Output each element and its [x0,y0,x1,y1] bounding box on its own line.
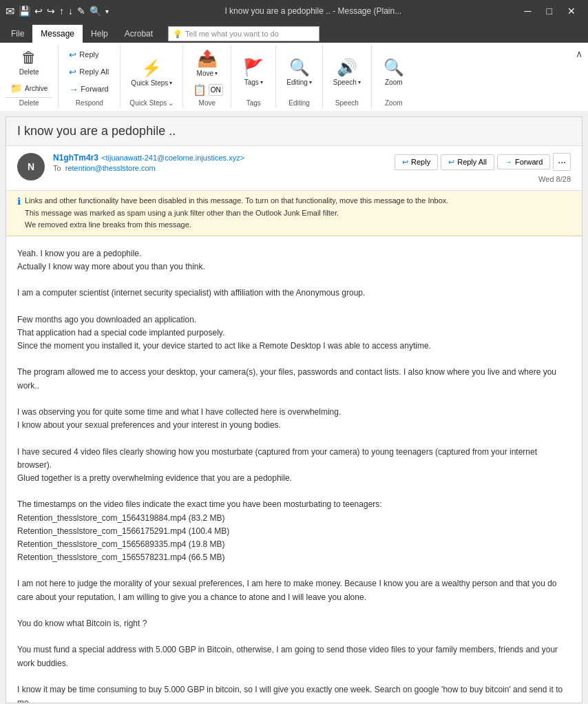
quicksteps-label: Quick Steps ▾ [131,79,172,87]
tab-message[interactable]: Message [32,25,83,43]
redo-btn[interactable]: ↪ [47,6,55,17]
next-btn[interactable]: ↓ [68,6,73,17]
editing-btns: 🔍 Editing ▾ [282,45,317,98]
move-button[interactable]: 📤 Move ▾ [191,45,224,81]
ribbon-group-delete: 🗑 Delete 📁 Archive Delete [0,45,59,108]
rules-btn[interactable]: 📋 [191,82,208,98]
speech-group-label: Speech [335,99,359,108]
forward-action-btn[interactable]: → Forward [497,154,550,169]
quicksteps-button[interactable]: ⚡ Quick Steps ▾ [126,55,177,90]
reply-all-icon: ↩ [69,67,76,77]
message-body: Yeah. I know you are a pedophile.Actuall… [6,236,582,703]
outlook-icon: ✉ [6,5,14,18]
tab-acrobat[interactable]: Acrobat [116,25,161,43]
forward-label: Forward [81,85,108,93]
quicksteps-btns: ⚡ Quick Steps ▾ [126,45,177,99]
message-date: Wed 8/28 [538,175,571,183]
window-title: I know you are a pedophile .. - Message … [109,6,518,16]
ribbon-tabs: File Message Help Acrobat 💡 Tell me what… [0,22,588,43]
message-container: I know you are a pedophile .. N N1ghTm4r… [6,116,582,703]
speech-chevron: ▾ [358,79,361,85]
ribbon: File Message Help Acrobat 💡 Tell me what… [0,22,588,111]
sender-to: To retention@thesslstore.com [53,164,244,172]
editing-chevron: ▾ [309,79,312,85]
quicksteps-group-label: Quick Steps [129,99,167,107]
message-subject: I know you are a pedophile .. [6,117,582,146]
tab-file[interactable]: File [3,25,32,43]
tags-label: Tags ▾ [244,79,263,86]
editing-button[interactable]: 🔍 Editing ▾ [282,54,317,90]
warning-line1: Links and other functionality have been … [25,195,448,207]
to-address[interactable]: retention@thesslstore.com [65,164,156,172]
delete-icon: 🗑 [21,49,36,67]
ribbon-content: 🗑 Delete 📁 Archive Delete ↩ Reply ↩ [0,43,588,111]
speech-btns: 🔊 Speech ▾ [328,45,366,98]
move-chevron: ▾ [215,70,218,76]
more-icon: ··· [558,156,566,167]
speech-icon: 🔊 [337,58,357,77]
speech-label: Speech ▾ [333,79,361,86]
move-icon: 📤 [197,49,218,68]
editing-group-label: Editing [288,99,310,108]
delete-label: Delete [19,68,39,76]
archive-button[interactable]: 📁 Archive [6,81,52,96]
header-right: ↩ Reply ↩ Reply All → Forward ··· Wed 8/… [395,153,571,183]
close-btn[interactable]: ✕ [560,3,582,19]
onenote-btn[interactable]: ON [209,84,223,96]
reply-action-btn[interactable]: ↩ Reply [395,154,438,170]
reply-all-button-ribbon[interactable]: ↩ Reply All [64,64,114,80]
forward-button-ribbon[interactable]: → Forward [64,81,114,97]
respond-group-label: Respond [76,99,103,108]
reply-icon: ↩ [69,50,76,60]
tags-button[interactable]: 🚩 Tags ▾ [237,54,270,90]
message-header: N N1ghTm4r3 <tijuanawatt-241@coelome.inj… [6,146,582,191]
quicksteps-expand-icon[interactable]: ⌄ [168,99,174,107]
delete-button[interactable]: 🗑 Delete [14,45,44,79]
warning-line2: This message was marked as spam using a … [25,207,448,220]
warning-line3: We removed extra line breaks from this m… [25,219,448,231]
search-box[interactable]: 💡 Tell me what you want to do [168,26,319,41]
respond-group-btns: ↩ Reply ↩ Reply All → Forward [64,45,114,98]
ribbon-group-zoom: 🔍 Zoom Zoom [372,45,416,108]
ribbon-collapse-btn[interactable]: ∧ [576,48,582,59]
find-btn[interactable]: 🔍 [90,6,101,17]
warning-text: Links and other functionality have been … [25,195,448,231]
sender-name: N1ghTm4r3 [53,153,98,163]
forward-action-icon: → [505,158,512,166]
forward-icon: → [69,84,78,94]
tags-group-label: Tags [246,99,261,108]
pen-btn[interactable]: ✎ [77,6,85,17]
maximize-btn[interactable]: □ [540,3,559,19]
zoom-group-label: Zoom [385,99,403,108]
tab-help[interactable]: Help [83,25,116,43]
search-placeholder: Tell me what you want to do [185,30,279,38]
reply-all-action-label: Reply All [457,158,487,166]
archive-icon: 📁 [10,83,22,94]
reply-all-action-btn[interactable]: ↩ Reply All [441,154,494,170]
editing-label: Editing ▾ [286,79,312,86]
speech-button[interactable]: 🔊 Speech ▾ [328,54,366,90]
quicksteps-chevron: ▾ [169,80,172,86]
undo-btn[interactable]: ↩ [34,6,43,17]
move-group-label: Move [199,99,216,108]
sender-info: N N1ghTm4r3 <tijuanawatt-241@coelome.inj… [17,153,244,180]
message-actions: ↩ Reply ↩ Reply All → Forward ··· [395,153,571,171]
ribbon-group-speech: 🔊 Speech ▾ Speech [323,45,372,108]
quick-save[interactable]: 💾 [19,6,30,17]
tags-chevron: ▾ [260,79,263,85]
zoom-btns: 🔍 Zoom [377,45,410,98]
zoom-button[interactable]: 🔍 Zoom [377,54,410,90]
prev-btn[interactable]: ↑ [59,6,64,17]
forward-action-label: Forward [515,158,543,166]
move-btns: 📤 Move ▾ 📋 ON [191,45,224,98]
reply-button-ribbon[interactable]: ↩ Reply [64,47,114,63]
more-actions-btn[interactable]: ··· [553,153,571,171]
reply-all-label: Reply All [79,68,109,76]
window-controls: ─ □ ✕ [518,3,582,19]
reply-action-label: Reply [411,158,430,166]
minimize-btn[interactable]: ─ [518,3,538,19]
sender-details: N1ghTm4r3 <tijuanawatt-241@coelome.injus… [53,153,244,172]
delete-group-label: Delete [19,99,39,108]
ribbon-group-move: 📤 Move ▾ 📋 ON Move [183,45,231,108]
avatar: N [17,153,45,180]
